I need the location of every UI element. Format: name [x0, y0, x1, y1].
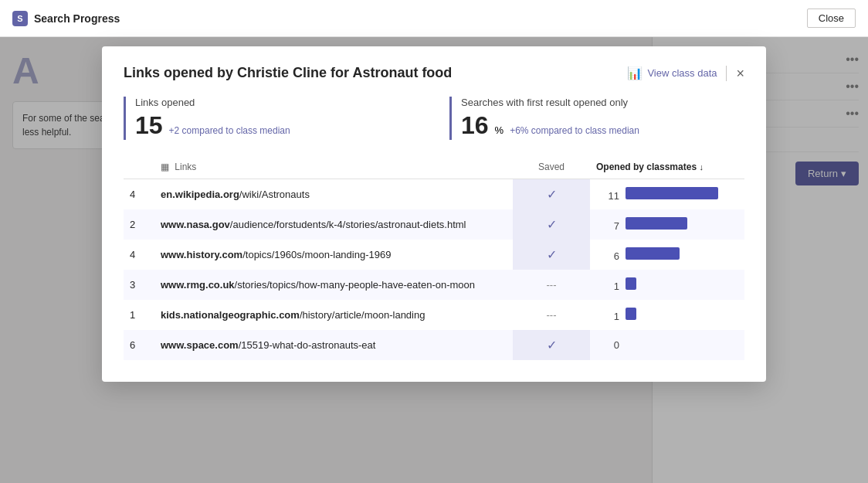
classmates-cell: 1: [590, 300, 744, 330]
check-icon: ✓: [547, 188, 557, 201]
th-links: ▦ Links: [154, 158, 513, 179]
th-classmates[interactable]: Opened by classmates ↓: [590, 158, 744, 179]
saved-cell: ✓: [513, 209, 590, 240]
sort-arrow-icon: ↓: [699, 162, 704, 172]
classmates-bar: [626, 308, 636, 320]
classmates-count: 11: [596, 190, 619, 202]
saved-cell: ---: [513, 270, 590, 300]
classmates-cell: 1: [590, 270, 744, 300]
classmates-bar: [626, 217, 687, 230]
link-url-cell[interactable]: en.wikipedia.org/wiki/Astronauts: [154, 179, 513, 210]
link-path: /15519-what-do-astronauts-eat: [239, 339, 376, 351]
table-row: 3www.rmg.co.uk/stories/topics/how-many-p…: [124, 270, 744, 300]
stat-searches-value-row: 16% +6% compared to class median: [461, 111, 744, 140]
saved-cell: ✓: [513, 330, 590, 360]
classmates-count: 7: [596, 220, 619, 232]
dash-indicator: ---: [547, 279, 557, 291]
stat-links-value-row: 15 +2 compared to class median: [135, 111, 419, 140]
links-table: ▦ Links Saved Opened by classmates ↓ 4en…: [124, 158, 744, 360]
classmates-cell: 7: [590, 209, 744, 240]
modal: Links opened by Christie Cline for Astro…: [102, 46, 766, 382]
link-domain: en.wikipedia.org: [161, 189, 239, 200]
link-url-cell[interactable]: www.rmg.co.uk/stories/topics/how-many-pe…: [154, 270, 513, 300]
link-domain: www.nasa.gov: [161, 219, 230, 230]
dash-indicator: ---: [547, 309, 557, 321]
view-class-data-button[interactable]: 📊 View class data: [627, 66, 717, 80]
stats-row: Links opened 15 +2 compared to class med…: [124, 97, 744, 140]
table-row: 2www.nasa.gov/audience/forstudents/k-4/s…: [124, 209, 744, 240]
th-count: [124, 158, 154, 179]
link-url-cell[interactable]: www.history.com/topics/1960s/moon-landin…: [154, 240, 513, 270]
stat-searches-compare: +6% compared to class median: [510, 125, 639, 136]
header-divider: [726, 66, 727, 81]
table-row: 1kids.nationalgeographic.com/history/art…: [124, 300, 744, 330]
saved-cell: ---: [513, 300, 590, 330]
classmates-count: 1: [596, 311, 619, 322]
check-icon: ✓: [547, 248, 557, 261]
modal-header: Links opened by Christie Cline for Astro…: [124, 65, 744, 81]
app-icon: S: [12, 11, 28, 26]
classmates-bar: [626, 247, 680, 260]
stat-searches-number: 16: [461, 111, 489, 140]
stat-searches-first: Searches with first result opened only 1…: [449, 97, 744, 140]
app-title: Search Progress: [34, 12, 120, 25]
link-count-cell: 6: [124, 330, 154, 360]
modal-title: Links opened by Christie Cline for Astro…: [124, 65, 452, 81]
link-count-cell: 4: [124, 240, 154, 270]
check-icon: ✓: [547, 218, 557, 231]
stat-searches-symbol: %: [495, 124, 504, 136]
link-count-cell: 2: [124, 209, 154, 240]
modal-close-button[interactable]: ×: [736, 66, 744, 80]
link-path: /topics/1960s/moon-landing-1969: [242, 249, 391, 260]
classmates-bar: [626, 277, 636, 290]
stat-links-compare: +2 compared to class median: [169, 125, 290, 136]
link-domain: kids.nationalgeographic.com: [161, 309, 300, 321]
classmates-count: 1: [596, 281, 619, 292]
link-count-cell: 3: [124, 270, 154, 300]
stat-links-opened: Links opened 15 +2 compared to class med…: [124, 97, 419, 140]
bars-icon: ▦: [161, 162, 169, 172]
table-row: 6www.space.com/15519-what-do-astronauts-…: [124, 330, 744, 360]
th-saved: Saved: [513, 158, 590, 179]
saved-cell: ✓: [513, 240, 590, 270]
modal-header-right: 📊 View class data ×: [627, 66, 744, 81]
app-header-left: S Search Progress: [12, 11, 120, 26]
classmates-count: 6: [596, 250, 619, 262]
stat-links-number: 15: [135, 111, 163, 140]
table-row: 4en.wikipedia.org/wiki/Astronauts✓11: [124, 179, 744, 210]
link-path: /stories/topics/how-many-people-have-eat…: [235, 279, 475, 291]
classmates-count: 0: [596, 339, 619, 351]
link-domain: www.rmg.co.uk: [161, 279, 235, 291]
link-count-cell: 1: [124, 300, 154, 330]
link-path: /history/article/moon-landing: [300, 309, 426, 321]
classmates-cell: 0: [590, 330, 744, 360]
link-url-cell[interactable]: www.space.com/15519-what-do-astronauts-e…: [154, 330, 513, 360]
link-path: /wiki/Astronauts: [239, 189, 310, 200]
classmates-bar: [626, 187, 718, 199]
classmates-cell: 6: [590, 240, 744, 270]
close-app-button[interactable]: Close: [807, 9, 856, 28]
stat-links-label: Links opened: [135, 97, 419, 108]
link-count-cell: 4: [124, 179, 154, 210]
table-row: 4www.history.com/topics/1960s/moon-landi…: [124, 240, 744, 270]
link-path: /audience/forstudents/k-4/stories/astron…: [230, 219, 466, 230]
stat-searches-label: Searches with first result opened only: [461, 97, 744, 108]
link-domain: www.history.com: [161, 249, 242, 260]
saved-cell: ✓: [513, 179, 590, 210]
link-url-cell[interactable]: kids.nationalgeographic.com/history/arti…: [154, 300, 513, 330]
chart-icon: 📊: [627, 66, 643, 80]
classmates-cell: 11: [590, 179, 744, 210]
link-url-cell[interactable]: www.nasa.gov/audience/forstudents/k-4/st…: [154, 209, 513, 240]
check-icon: ✓: [547, 338, 557, 352]
link-domain: www.space.com: [161, 339, 239, 351]
app-header: S Search Progress Close: [0, 0, 868, 37]
